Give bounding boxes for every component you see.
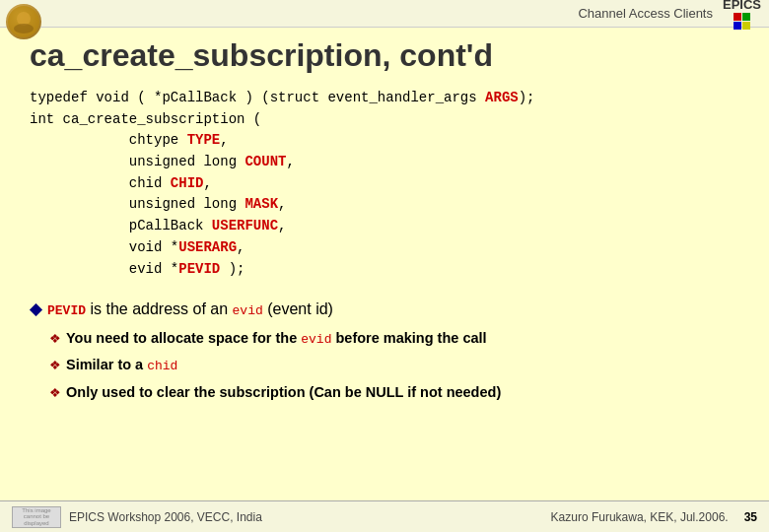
logo-circle xyxy=(6,4,41,39)
bullet-main-text: PEVID is the address of an evid (event i… xyxy=(47,296,333,322)
code-mask: MASK xyxy=(245,196,278,212)
code-highlight-args: ARGS xyxy=(485,90,519,105)
sq-green xyxy=(742,13,750,21)
code-text: pCallBack xyxy=(30,218,212,233)
footer-page: 35 xyxy=(744,510,757,524)
v-bullet-3: ❖ xyxy=(49,382,61,404)
bullets: ◆ PEVID is the address of an evid (event… xyxy=(30,296,739,404)
bullet-sub-3-text: Only used to clear the subscription (Can… xyxy=(66,380,501,405)
sq-blue xyxy=(734,22,741,30)
epics-label: EPICS xyxy=(723,0,761,11)
code-comma: , xyxy=(278,218,286,233)
code-comma: , xyxy=(286,154,294,169)
v-bullet-2: ❖ xyxy=(49,355,61,376)
code-count: COUNT xyxy=(245,154,286,169)
header: Channel Access Clients EPICS xyxy=(0,0,769,28)
code-pevid: PEVID xyxy=(178,261,220,277)
code-line-5: chid CHID, xyxy=(30,173,739,195)
code-line-4: unsigned long COUNT, xyxy=(30,152,739,173)
v-bullet-1: ❖ xyxy=(49,328,61,350)
code-text: void * xyxy=(30,239,178,255)
code-text: chid xyxy=(30,175,171,191)
code-comma: , xyxy=(278,196,286,212)
footer-right-group: Kazuro Furukawa, KEK, Jul.2006. 35 xyxy=(551,510,757,524)
main-content: ca_create_subscription, cont'd typedef v… xyxy=(0,28,769,500)
svg-point-2 xyxy=(14,24,34,33)
code-line-9: evid *PEVID ); xyxy=(30,259,739,281)
bullet-sub-3: ❖ Only used to clear the subscription (C… xyxy=(49,380,739,405)
code-text: ); xyxy=(220,261,245,277)
sq-yellow xyxy=(742,22,750,30)
code-comma: , xyxy=(237,239,245,255)
chid-inline: chid xyxy=(147,359,177,373)
code-line-8: void *USERARG, xyxy=(30,237,739,259)
code-text: typedef void ( *pCallBack ) (struct even… xyxy=(30,90,485,105)
svg-point-1 xyxy=(17,12,31,26)
code-userarg: USERARG xyxy=(178,239,237,255)
epics-squares xyxy=(734,13,750,30)
code-comma: , xyxy=(203,175,211,191)
code-text: evid * xyxy=(30,261,178,277)
code-text: int ca_create_subscription ( xyxy=(30,111,261,127)
code-text: ); xyxy=(519,90,535,105)
bullet-main-pevid: ◆ PEVID is the address of an evid (event… xyxy=(30,296,739,322)
header-title: Channel Access Clients xyxy=(578,6,713,21)
code-type: TYPE xyxy=(187,132,221,148)
pevid-code: PEVID xyxy=(47,303,86,318)
evid-inline-1: evid xyxy=(301,332,331,347)
footer-right: Kazuro Furukawa, KEK, Jul.2006. xyxy=(551,510,729,524)
left-logo xyxy=(6,4,45,43)
code-line-7: pCallBack USERFUNC, xyxy=(30,216,739,237)
slide-title: ca_create_subscription, cont'd xyxy=(30,37,739,74)
footer-image: This image cannot be displayed xyxy=(12,506,61,528)
code-chid: CHID xyxy=(171,175,204,191)
epics-logo: EPICS xyxy=(723,0,761,30)
code-comma: , xyxy=(220,132,228,148)
code-text: unsigned long xyxy=(30,154,245,169)
code-line-1: typedef void ( *pCallBack ) (struct even… xyxy=(30,88,739,109)
code-line-2: int ca_create_subscription ( xyxy=(30,109,739,131)
bullet-sub-1: ❖ You need to allocate space for the evi… xyxy=(49,326,739,351)
footer-img-label: This image cannot be displayed xyxy=(22,507,50,527)
footer-left: This image cannot be displayed EPICS Wor… xyxy=(12,506,262,528)
footer: This image cannot be displayed EPICS Wor… xyxy=(0,500,769,532)
code-text: chtype xyxy=(30,132,187,148)
code-line-6: unsigned long MASK, xyxy=(30,194,739,216)
bullet-sub-1-text: You need to allocate space for the evid … xyxy=(66,326,487,351)
code-line-3: chtype TYPE, xyxy=(30,130,739,152)
bullet-sub-2-text: Similar to a chid xyxy=(66,353,177,377)
code-block: typedef void ( *pCallBack ) (struct even… xyxy=(30,88,739,280)
evid-code: evid xyxy=(233,303,263,318)
sq-red xyxy=(734,13,741,21)
footer-center: EPICS Workshop 2006, VECC, India xyxy=(69,510,262,524)
code-text: unsigned long xyxy=(30,196,245,212)
diamond-icon: ◆ xyxy=(30,296,41,322)
code-userfunc: USERFUNC xyxy=(212,218,278,233)
bullet-sub-2: ❖ Similar to a chid xyxy=(49,353,739,377)
